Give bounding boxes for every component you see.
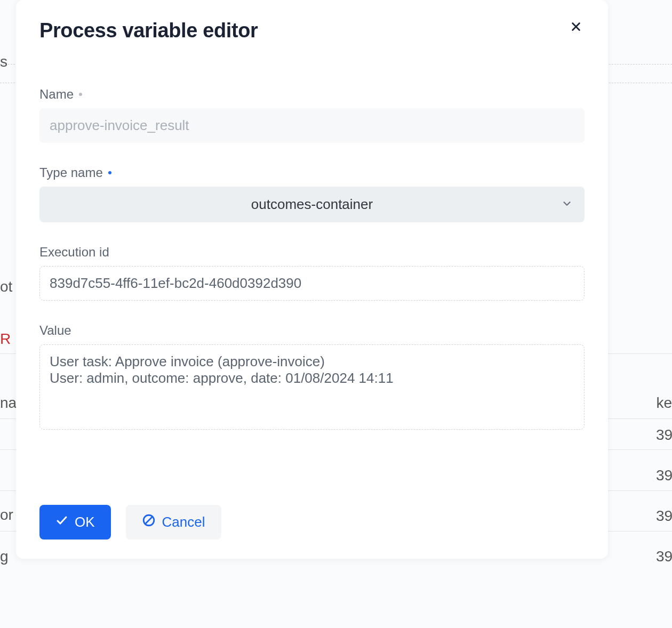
bg-text: R — [0, 331, 16, 348]
execution-id-value: 839d7c55-4ff6-11ef-bc2d-460d0392d390 — [39, 266, 585, 301]
bg-text: or — [0, 506, 16, 524]
name-input — [39, 108, 585, 143]
check-icon — [55, 514, 68, 530]
close-icon — [570, 21, 582, 35]
dot-icon — [108, 171, 111, 174]
dialog-footer: OK Cancel — [39, 484, 585, 540]
close-button[interactable] — [567, 19, 585, 36]
bg-text: g — [0, 548, 16, 565]
bg-text: ot — [0, 278, 16, 295]
execution-id-label-text: Execution id — [39, 245, 109, 260]
type-name-select-wrap: outcomes-container — [39, 187, 585, 222]
execution-id-field: Execution id 839d7c55-4ff6-11ef-bc2d-460… — [39, 245, 585, 301]
cancel-button-label: Cancel — [162, 514, 205, 530]
value-content: User task: Approve invoice (approve-invo… — [39, 344, 585, 430]
ok-button[interactable]: OK — [39, 505, 111, 540]
value-label: Value — [39, 323, 585, 338]
name-label-text: Name — [39, 87, 74, 102]
bg-text: 39 — [656, 467, 672, 484]
dot-icon — [79, 93, 82, 96]
dialog-title: Process variable editor — [39, 19, 258, 42]
name-label: Name — [39, 87, 585, 102]
value-label-text: Value — [39, 323, 71, 338]
bg-text: ke — [656, 394, 672, 412]
type-name-selected-value: outcomes-container — [251, 196, 373, 212]
prohibit-icon — [142, 513, 156, 531]
process-variable-editor-dialog: Process variable editor Name Type name o… — [16, 0, 608, 559]
execution-id-label: Execution id — [39, 245, 585, 260]
bg-text: 39 — [656, 508, 672, 525]
cancel-button[interactable]: Cancel — [126, 505, 221, 540]
bg-text: 39 — [656, 548, 672, 565]
type-name-label: Type name — [39, 165, 585, 180]
svg-line-3 — [145, 517, 152, 524]
bg-text: 39 — [656, 426, 672, 444]
bg-text: s — [0, 53, 16, 70]
type-name-field: Type name outcomes-container — [39, 165, 585, 222]
ok-button-label: OK — [75, 514, 95, 530]
type-name-label-text: Type name — [39, 165, 103, 180]
name-field: Name — [39, 87, 585, 143]
type-name-select[interactable]: outcomes-container — [39, 187, 585, 222]
value-field: Value User task: Approve invoice (approv… — [39, 323, 585, 430]
bg-text: na — [0, 394, 16, 412]
dialog-header: Process variable editor — [39, 19, 585, 42]
